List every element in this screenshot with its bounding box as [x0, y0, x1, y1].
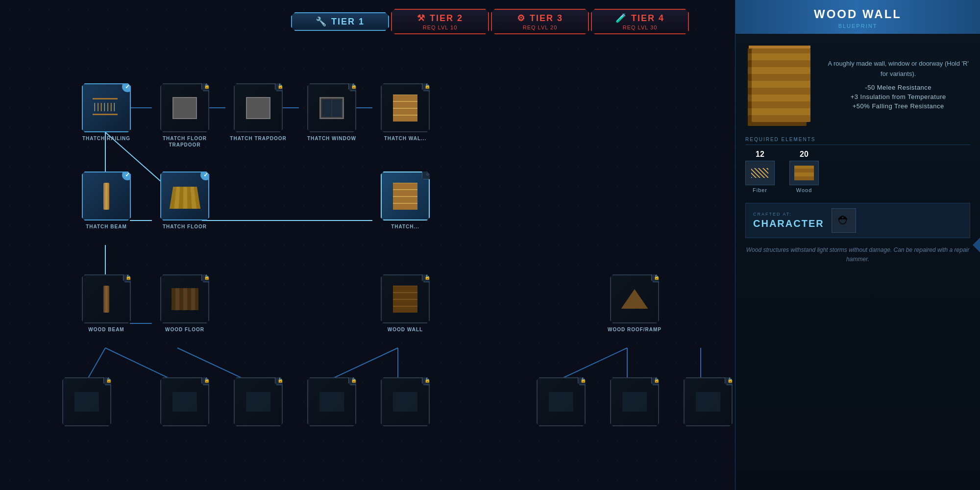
- label-thatch-wall-partial: THATCH WAL...: [384, 135, 427, 142]
- icon-bottom-8: [696, 392, 720, 412]
- icon-thatch-wall-mid: [393, 183, 417, 210]
- tier-tab-1[interactable]: 🔧 TIER 1: [291, 12, 389, 31]
- detail-stat-2: +50% Falling Tree Resistance: [826, 102, 970, 110]
- lock-badge-thatch-window: 🔒: [348, 80, 359, 91]
- node-bottom-3[interactable]: 🔒: [226, 377, 290, 426]
- node-box-bottom-5[interactable]: 🔒: [381, 377, 430, 426]
- elements-row: 12 Fiber 20 Wood: [745, 150, 970, 193]
- crafted-at-label: CRAFTED AT:: [753, 212, 824, 217]
- detail-body: A roughly made wall, window or doorway (…: [735, 34, 980, 274]
- detail-stats: -50 Melee Resistance +3 Insulation from …: [826, 84, 970, 110]
- lock-badge-bottom-4: 🔒: [348, 374, 359, 385]
- wood-name: Wood: [796, 187, 812, 193]
- lock-badge-bottom-7: 🔒: [651, 374, 662, 385]
- tier-4-icon: 🧪: [615, 13, 627, 24]
- lock-badge-wood-wall: 🔒: [422, 271, 433, 282]
- label-thatch-floor: THATCH FLOOR: [163, 223, 207, 230]
- character-icon: ⛑: [832, 208, 856, 233]
- node-wood-beam[interactable]: 🔒 WOOD BEAM: [74, 274, 138, 333]
- node-thatch-floor-trapdoor[interactable]: 🔒 THATCH FLOORTRAPDOOR: [153, 83, 217, 148]
- lock-badge-thatch-trapdoor: 🔒: [275, 80, 286, 91]
- node-box-thatch-wall-partial[interactable]: 🔒: [381, 83, 430, 132]
- tier-1-title: 🔧 TIER 1: [316, 16, 365, 27]
- node-box-bottom-4[interactable]: 🔒: [307, 377, 356, 426]
- lock-badge-bottom-8: 🔒: [725, 374, 735, 385]
- detail-stat-0: -50 Melee Resistance: [826, 84, 970, 91]
- tier-2-title: ⚒ TIER 2: [417, 13, 463, 24]
- wood-icon-box: [789, 161, 819, 185]
- node-wood-roof[interactable]: 🔒 WOOD ROOF/RAMP: [603, 274, 666, 333]
- node-wood-floor[interactable]: 🔒 WOOD FLOOR: [153, 274, 217, 333]
- lock-badge-thatch-wall-partial: 🔒: [422, 80, 433, 91]
- lock-badge-bottom-5: 🔒: [422, 374, 433, 385]
- footer-text: Wood structures withstand light storms w…: [746, 246, 970, 263]
- node-thatch-beam[interactable]: ✓ THATCH BEAM: [74, 172, 138, 230]
- node-box-wood-wall[interactable]: 🔒: [381, 274, 430, 323]
- node-box-bottom-1[interactable]: 🔒: [62, 377, 111, 426]
- detail-description: A roughly made wall, window or doorway (…: [826, 59, 970, 79]
- icon-thatch-railing: [92, 96, 121, 120]
- tier-tab-3[interactable]: ⚙ TIER 3 REQ LVL 20: [491, 9, 589, 34]
- tier-3-icon: ⚙: [517, 13, 526, 24]
- check-badge-thatch-floor: ✓: [200, 170, 211, 180]
- icon-thatch-beam: [103, 183, 109, 210]
- lock-badge-bottom-1: 🔒: [103, 374, 114, 385]
- node-thatch-railing[interactable]: ✓ THATCH RAILING: [74, 83, 138, 142]
- node-bottom-4[interactable]: 🔒: [300, 377, 364, 426]
- crafted-at-section: CRAFTED AT: CHARACTER ⛑: [745, 203, 970, 238]
- label-thatch-beam: THATCH BEAM: [86, 223, 127, 230]
- node-thatch-wall-mid[interactable]: ○ THATCH...: [373, 172, 437, 230]
- node-bottom-5[interactable]: 🔒: [373, 377, 437, 426]
- node-box-thatch-beam[interactable]: ✓: [82, 172, 131, 220]
- icon-bottom-6: [549, 392, 573, 412]
- node-box-wood-roof[interactable]: 🔒: [610, 274, 659, 323]
- wood-wall-3d-image: [752, 49, 810, 122]
- node-box-thatch-railing[interactable]: ✓: [82, 83, 131, 132]
- detail-info: A roughly made wall, window or doorway (…: [826, 59, 970, 112]
- icon-bottom-4: [319, 392, 344, 412]
- node-bottom-2[interactable]: 🔒: [153, 377, 217, 426]
- node-box-thatch-floor-trapdoor[interactable]: 🔒: [160, 83, 209, 132]
- tier-4-label: TIER 4: [631, 13, 664, 24]
- lock-badge-bottom-6: 🔒: [578, 374, 588, 385]
- node-box-wood-floor[interactable]: 🔒: [160, 274, 209, 323]
- tier-tab-4[interactable]: 🧪 TIER 4 REQ LVL 30: [591, 9, 689, 34]
- label-wood-floor: WOOD FLOOR: [165, 326, 204, 333]
- check-badge-thatch-railing: ✓: [122, 81, 133, 92]
- detail-subtitle: BLUEPRINT: [745, 23, 970, 29]
- node-box-thatch-trapdoor[interactable]: 🔒: [234, 83, 283, 132]
- check-badge-thatch-beam: ✓: [122, 170, 133, 180]
- lock-badge-thatch-wall-mid: ○: [422, 169, 433, 179]
- label-thatch-window: THATCH WINDOW: [307, 135, 356, 142]
- node-box-bottom-6[interactable]: 🔒: [537, 377, 586, 426]
- tier-tab-2[interactable]: ⚒ TIER 2 REQ LVL 10: [391, 9, 489, 34]
- crafted-at-text: CRAFTED AT: CHARACTER: [753, 212, 824, 229]
- node-box-thatch-window[interactable]: 🔒: [307, 83, 356, 132]
- lock-badge-bottom-3: 🔒: [275, 374, 286, 385]
- node-box-bottom-7[interactable]: 🔒: [610, 377, 659, 426]
- node-bottom-7[interactable]: 🔒: [603, 377, 666, 426]
- node-thatch-floor[interactable]: ✓ THATCH FLOOR: [153, 172, 217, 230]
- node-box-bottom-8[interactable]: 🔒: [684, 377, 733, 426]
- node-thatch-wall-partial[interactable]: 🔒 THATCH WAL...: [373, 83, 437, 142]
- node-box-wood-beam[interactable]: 🔒: [82, 274, 131, 323]
- node-box-thatch-wall-mid[interactable]: ○: [381, 172, 430, 220]
- icon-bottom-1: [74, 392, 99, 412]
- node-bottom-8[interactable]: 🔒: [676, 377, 740, 426]
- wood-plank-icon: [794, 166, 814, 180]
- node-bottom-1[interactable]: 🔒: [55, 377, 119, 426]
- node-box-thatch-floor[interactable]: ✓: [160, 172, 209, 220]
- detail-footer: Wood structures withstand light storms w…: [745, 245, 970, 264]
- required-elements-label: REQUIRED ELEMENTS: [745, 137, 970, 145]
- node-box-bottom-2[interactable]: 🔒: [160, 377, 209, 426]
- node-thatch-window[interactable]: 🔒 THATCH WINDOW: [300, 83, 364, 142]
- node-box-bottom-3[interactable]: 🔒: [234, 377, 283, 426]
- node-wood-wall[interactable]: 🔒 WOOD WALL: [373, 274, 437, 333]
- icon-bottom-2: [172, 392, 197, 412]
- node-bottom-6[interactable]: 🔒: [529, 377, 593, 426]
- tier-3-title: ⚙ TIER 3: [517, 13, 563, 24]
- lock-badge-wood-roof: 🔒: [651, 271, 662, 282]
- label-wood-wall: WOOD WALL: [388, 326, 423, 333]
- icon-wood-floor: [172, 288, 198, 310]
- node-thatch-trapdoor[interactable]: 🔒 THATCH TRAPDOOR: [226, 83, 290, 142]
